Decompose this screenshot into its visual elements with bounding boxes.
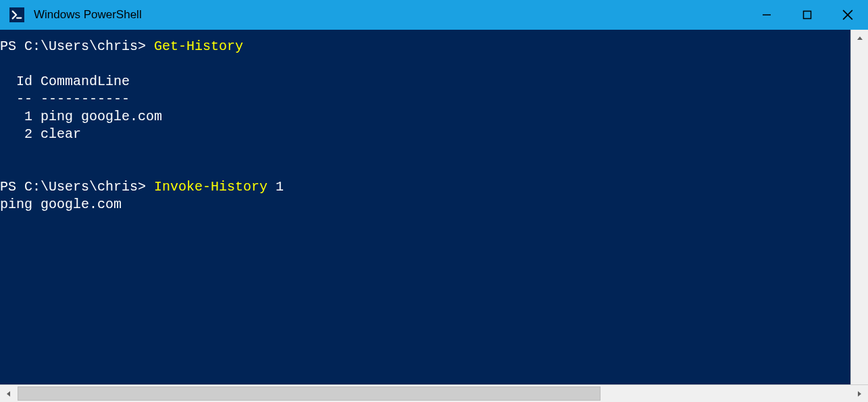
scroll-up-button[interactable]	[851, 30, 868, 47]
maximize-button[interactable]	[787, 0, 827, 30]
prompt-line: PS C:\Users\chris>	[0, 179, 154, 195]
horizontal-scrollbar-track[interactable]	[18, 385, 850, 402]
window-controls	[746, 0, 868, 30]
scroll-left-button[interactable]	[0, 385, 18, 402]
window-title: Windows PowerShell	[34, 8, 746, 22]
history-divider: -- -----------	[0, 91, 130, 107]
cmdlet-text: Invoke-History	[154, 179, 267, 195]
prompt-line: PS C:\Users\chris>	[0, 39, 154, 54]
vertical-scrollbar[interactable]	[850, 30, 868, 384]
cmd-arg: 1	[267, 179, 284, 195]
svg-rect-2	[804, 11, 811, 19]
history-row: 2 clear	[0, 126, 81, 142]
vertical-scrollbar-track[interactable]	[851, 47, 868, 384]
terminal-output[interactable]: PS C:\Users\chris> Get-History Id Comman…	[0, 30, 850, 384]
minimize-button[interactable]	[746, 0, 787, 30]
scroll-right-button[interactable]	[850, 385, 868, 402]
history-header: Id CommandLine	[0, 74, 130, 89]
horizontal-scrollbar-thumb[interactable]	[18, 386, 601, 401]
close-button[interactable]	[827, 0, 868, 30]
horizontal-scrollbar[interactable]	[0, 384, 868, 402]
powershell-icon	[9, 7, 24, 22]
cmdlet-text: Get-History	[154, 39, 243, 54]
main-area: PS C:\Users\chris> Get-History Id Comman…	[0, 30, 868, 384]
echo-line: ping google.com	[0, 197, 122, 212]
titlebar[interactable]: Windows PowerShell	[0, 0, 868, 30]
history-row: 1 ping google.com	[0, 109, 162, 124]
